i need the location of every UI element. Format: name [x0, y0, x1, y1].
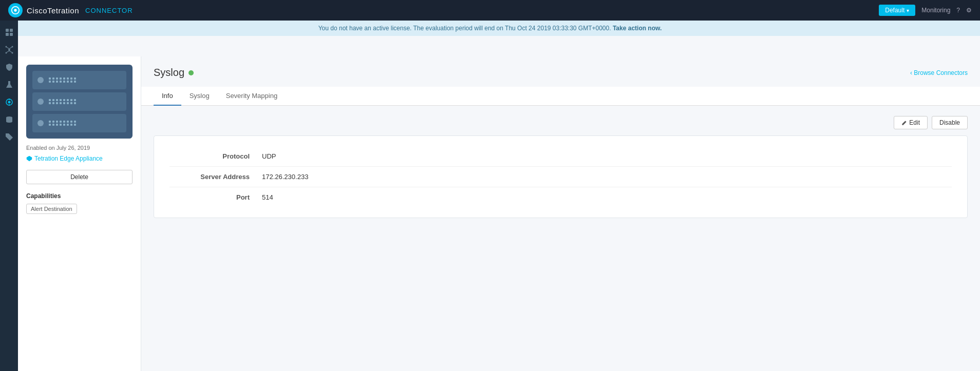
sidebar-item-tags[interactable] — [2, 129, 17, 145]
svg-rect-4 — [6, 33, 9, 36]
svg-point-16 — [8, 101, 10, 104]
svg-rect-2 — [6, 29, 9, 32]
protocol-label: Protocol — [169, 152, 262, 160]
app-logo — [8, 3, 23, 17]
shield-icon — [5, 63, 13, 71]
device-ports — [49, 99, 76, 104]
svg-point-20 — [7, 134, 8, 135]
sidebar-item-dashboard[interactable] — [2, 25, 17, 40]
svg-point-1 — [14, 9, 16, 11]
port-label: Port — [169, 193, 262, 201]
tab-info[interactable]: Info — [154, 87, 181, 106]
server-address-value: 172.26.230.233 — [262, 173, 308, 181]
device-dot — [37, 99, 44, 105]
sidebar-item-policy[interactable] — [2, 60, 17, 75]
settings-nav[interactable]: ⚙ — [966, 7, 972, 14]
edit-icon — [901, 120, 907, 126]
tabs-container: Info Syslog Severity Mapping — [141, 87, 980, 106]
tag-icon — [5, 133, 13, 141]
main-content: Enabled on July 26, 2019 Tetration Edge … — [18, 56, 980, 371]
device-row-2 — [32, 92, 126, 111]
license-message: You do not have an active license. The e… — [318, 25, 611, 32]
device-image — [26, 65, 133, 139]
monitoring-nav[interactable]: Monitoring — [921, 7, 950, 14]
page-header: Syslog Browse Connectors — [154, 67, 968, 79]
left-panel: Enabled on July 26, 2019 Tetration Edge … — [18, 56, 141, 371]
take-action-link[interactable]: Take action now. — [613, 25, 662, 32]
logo-icon — [11, 6, 20, 15]
default-button[interactable]: Default — [879, 5, 915, 16]
port-row: Port 514 — [169, 187, 952, 207]
connector-label: CONNECTOR — [85, 7, 133, 14]
logo-text: CiscoTetration — [27, 6, 79, 15]
svg-line-13 — [7, 51, 9, 52]
server-address-label: Server Address — [169, 173, 262, 181]
sidebar-item-data[interactable] — [2, 112, 17, 127]
license-banner: You do not have an active license. The e… — [0, 21, 980, 36]
protocol-value: UDP — [262, 152, 276, 160]
connector-icon — [5, 98, 13, 106]
sidebar-item-alerts[interactable] — [2, 77, 17, 92]
svg-line-14 — [9, 51, 12, 52]
device-ports — [49, 77, 76, 83]
action-buttons: Edit Disable — [154, 116, 968, 129]
page-title: Syslog — [154, 67, 184, 79]
content-area: Enabled on July 26, 2019 Tetration Edge … — [18, 56, 980, 371]
appliance-link[interactable]: Tetration Edge Appliance — [26, 155, 133, 162]
enabled-date: Enabled on July 26, 2019 — [26, 145, 133, 151]
tab-syslog[interactable]: Syslog — [181, 87, 218, 106]
svg-point-6 — [8, 49, 10, 51]
sidebar-item-topology[interactable] — [2, 42, 17, 57]
device-dot — [37, 77, 44, 83]
flask-icon — [5, 81, 13, 89]
device-dot — [37, 120, 44, 126]
svg-line-12 — [9, 47, 12, 49]
help-nav[interactable]: ? — [956, 7, 960, 14]
tab-severity-mapping[interactable]: Severity Mapping — [218, 87, 286, 106]
disable-button[interactable]: Disable — [932, 116, 968, 129]
svg-line-11 — [7, 47, 9, 49]
browse-connectors-link[interactable]: Browse Connectors — [910, 69, 968, 76]
topology-icon — [5, 46, 13, 54]
capability-badge: Alert Destination — [26, 204, 77, 214]
device-row-3 — [32, 114, 126, 132]
svg-rect-5 — [10, 33, 13, 36]
device-row-1 — [32, 71, 126, 89]
delete-button[interactable]: Delete — [26, 170, 133, 184]
port-value: 514 — [262, 193, 273, 201]
page-title-area: Syslog — [154, 67, 194, 79]
database-icon — [5, 115, 13, 124]
info-card: Protocol UDP Server Address 172.26.230.2… — [154, 135, 968, 218]
svg-rect-3 — [10, 29, 13, 32]
top-navigation: CiscoTetration CONNECTOR Default Monitor… — [0, 0, 980, 21]
nav-left: CiscoTetration CONNECTOR — [8, 3, 133, 17]
server-address-row: Server Address 172.26.230.233 — [169, 167, 952, 187]
right-panel: Syslog Browse Connectors Info Syslog Sev… — [141, 56, 980, 371]
appliance-icon — [26, 155, 32, 162]
protocol-row: Protocol UDP — [169, 146, 952, 167]
logo-area: CiscoTetration — [8, 3, 79, 17]
nav-right: Default Monitoring ? ⚙ — [879, 5, 972, 16]
dashboard-icon — [5, 28, 13, 36]
status-indicator — [189, 70, 194, 75]
action-buttons-group: Edit Disable — [894, 116, 968, 129]
edit-button[interactable]: Edit — [894, 116, 928, 129]
device-ports — [49, 121, 76, 126]
sidebar-item-connectors[interactable] — [2, 94, 17, 110]
sidebar — [0, 21, 18, 371]
capabilities-title: Capabilities — [26, 192, 133, 200]
